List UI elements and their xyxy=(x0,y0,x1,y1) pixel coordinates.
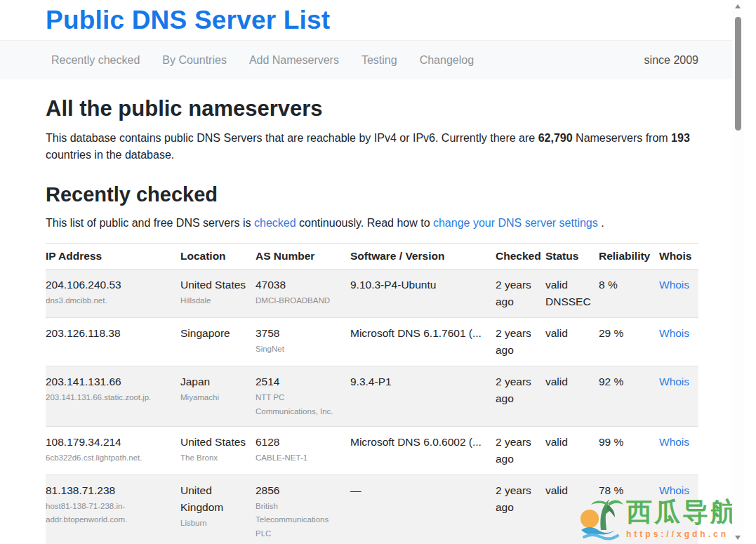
intro-text-after: countries in the database. xyxy=(46,149,174,161)
software-version: 9.3.4-P1 xyxy=(350,373,489,390)
all-nameservers-heading: All the public nameservers xyxy=(46,96,698,121)
as-name: NTT PC Communications, Inc. xyxy=(256,391,343,418)
table-row: 204.106.240.53 dns3.dmcibb.net. United S… xyxy=(46,270,698,318)
intro-text-mid: Nameservers from xyxy=(573,132,671,144)
location-country: Singapore xyxy=(180,325,248,342)
software-version: 9.10.3-P4-Ubuntu xyxy=(350,277,489,293)
hostname: dns3.dmcibb.net. xyxy=(46,294,173,308)
ip-address: 204.106.240.53 xyxy=(46,277,173,293)
as-number: 2856 xyxy=(256,482,343,499)
as-number: 47038 xyxy=(256,277,343,293)
status-value: valid DNSSEC xyxy=(545,277,592,310)
location-country: United States xyxy=(180,277,248,293)
column-header-location: Location xyxy=(180,244,256,270)
as-name: CABLE-NET-1 xyxy=(256,451,343,465)
status-value: valid xyxy=(545,373,592,390)
scroll-up-arrow-icon[interactable] xyxy=(735,4,741,8)
reliability-value: 78 % xyxy=(599,482,652,499)
reliability-value: 29 % xyxy=(599,325,652,342)
recently-checked-heading: Recently checked xyxy=(46,183,698,206)
checked-time: 2 years ago xyxy=(496,277,538,310)
whois-link[interactable]: Whois xyxy=(659,484,689,496)
nameserver-count: 62,790 xyxy=(538,132,573,144)
whois-link[interactable]: Whois xyxy=(659,436,689,448)
status-value: valid xyxy=(545,325,592,342)
reliability-value: 92 % xyxy=(599,373,652,390)
page-viewport: Public DNS Server List Recently checked … xyxy=(0,0,744,544)
ip-address: 203.141.131.66 xyxy=(46,373,173,390)
column-header-ip-address: IP Address xyxy=(46,244,180,270)
table-row: 203.141.131.66 203.141.131.66.static.zoo… xyxy=(46,366,698,426)
checked-time: 2 years ago xyxy=(496,325,538,359)
table-row: 81.138.71.238 host81-138-71-238.in-addr.… xyxy=(46,475,698,544)
software-version: Microsoft DNS 6.0.6002 (... xyxy=(350,434,489,451)
dns-settings-link[interactable]: change your DNS server settings xyxy=(433,217,598,229)
as-name: British Telecommunications PLC xyxy=(256,500,343,541)
as-number: 2514 xyxy=(256,373,343,390)
table-body: 204.106.240.53 dns3.dmcibb.net. United S… xyxy=(46,270,698,544)
location-city: Hillsdale xyxy=(180,294,248,308)
column-header-whois: Whois xyxy=(659,244,698,270)
scrollbar[interactable] xyxy=(732,0,744,544)
scrollbar-thumb[interactable] xyxy=(735,17,741,131)
column-header-as-number: AS Number xyxy=(256,244,350,270)
scroll-down-arrow-icon[interactable] xyxy=(735,536,741,540)
since-label: since 2009 xyxy=(644,54,698,67)
status-value: valid xyxy=(545,482,592,499)
as-number: 6128 xyxy=(256,434,343,451)
ip-address: 81.138.71.238 xyxy=(46,482,173,499)
location-city: The Bronx xyxy=(180,451,248,465)
hostname: host81-138-71-238.in-addr.btopenworld.co… xyxy=(46,500,173,527)
table-header: IP Address Location AS Number Software /… xyxy=(46,244,698,270)
intro-text-before: This database contains public DNS Server… xyxy=(46,132,538,144)
location-city: Lisburn xyxy=(180,517,248,531)
as-number: 3758 xyxy=(256,325,343,342)
whois-link[interactable]: Whois xyxy=(659,376,689,387)
nav-item-by-countries[interactable]: By Countries xyxy=(157,48,232,72)
software-version: — xyxy=(350,482,489,499)
site-header: Public DNS Server List xyxy=(46,0,698,40)
nav-item-testing[interactable]: Testing xyxy=(356,48,403,72)
checked-time: 2 years ago xyxy=(496,434,538,467)
software-version: Microsoft DNS 6.1.7601 (... xyxy=(350,325,489,342)
page-title: Public DNS Server List xyxy=(46,5,698,36)
column-header-reliability: Reliability xyxy=(599,244,659,270)
nav-item-recently-checked[interactable]: Recently checked xyxy=(46,48,145,72)
as-name: SingNet xyxy=(256,343,343,357)
hostname: 203.141.131.66.static.zoot.jp. xyxy=(46,391,173,405)
checked-time: 2 years ago xyxy=(496,373,538,407)
table-row: 203.126.118.38 Singapore 3758 SingNet Mi… xyxy=(46,318,698,366)
recent-text-before: This list of public and free DNS servers… xyxy=(46,217,254,229)
as-name: DMCI-BROADBAND xyxy=(256,294,343,308)
dns-server-table: IP Address Location AS Number Software /… xyxy=(46,243,698,544)
checked-time: 2 years ago xyxy=(496,482,538,516)
nav-item-add-nameservers[interactable]: Add Nameservers xyxy=(244,48,345,72)
column-header-status: Status xyxy=(545,244,599,270)
recent-text-mid: continuously. Read how to xyxy=(296,217,433,229)
country-count: 193 xyxy=(671,132,690,144)
intro-paragraph: This database contains public DNS Server… xyxy=(46,130,698,164)
reliability-value: 8 % xyxy=(599,277,652,293)
nav-bar: Recently checked By Countries Add Namese… xyxy=(0,40,744,79)
location-country: United Kingdom xyxy=(180,482,248,516)
hostname: 6cb322d6.cst.lightpath.net. xyxy=(46,451,173,465)
location-country: Japan xyxy=(180,373,248,390)
reliability-value: 99 % xyxy=(599,434,652,451)
ip-address: 108.179.34.214 xyxy=(46,434,173,451)
status-value: valid xyxy=(545,434,592,451)
column-header-software-version: Software / Version xyxy=(350,244,496,270)
nav-item-changelog[interactable]: Changelog xyxy=(414,48,479,72)
location-city: Miyamachi xyxy=(180,391,248,405)
whois-link[interactable]: Whois xyxy=(659,327,689,339)
column-header-checked: Checked xyxy=(496,244,545,270)
table-row: 108.179.34.214 6cb322d6.cst.lightpath.ne… xyxy=(46,426,698,475)
recent-paragraph: This list of public and free DNS servers… xyxy=(46,215,698,232)
location-country: United States xyxy=(180,434,248,451)
main-content: All the public nameservers This database… xyxy=(46,79,698,544)
ip-address: 203.126.118.38 xyxy=(46,325,173,342)
recent-text-after: . xyxy=(598,217,604,229)
checked-link[interactable]: checked xyxy=(254,217,296,229)
whois-link[interactable]: Whois xyxy=(659,279,689,291)
